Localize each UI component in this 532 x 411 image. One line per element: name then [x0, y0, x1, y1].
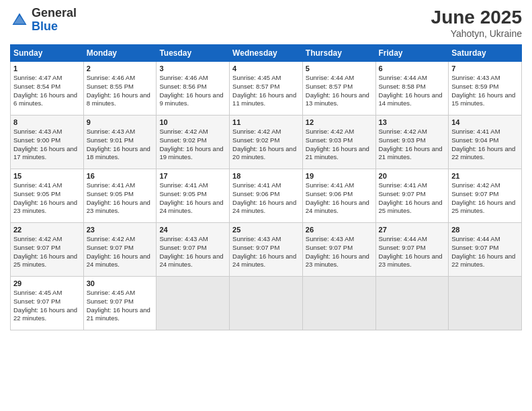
day-number: 1 — [13, 64, 81, 73]
table-row: 23Sunrise: 4:42 AMSunset: 9:07 PMDayligh… — [83, 223, 157, 277]
day-info: Sunrise: 4:46 AMSunset: 8:56 PMDaylight:… — [159, 74, 226, 108]
table-row: 21Sunrise: 4:42 AMSunset: 9:07 PMDayligh… — [449, 169, 522, 223]
table-row: 3Sunrise: 4:46 AMSunset: 8:56 PMDaylight… — [157, 62, 230, 116]
day-number: 3 — [159, 64, 226, 73]
table-row: 2Sunrise: 4:46 AMSunset: 8:55 PMDaylight… — [83, 62, 157, 116]
day-info: Sunrise: 4:45 AMSunset: 9:07 PMDaylight:… — [13, 289, 81, 323]
day-number: 27 — [379, 226, 446, 234]
day-info: Sunrise: 4:43 AMSunset: 9:07 PMDaylight:… — [232, 235, 300, 269]
calendar-week-row: 29Sunrise: 4:45 AMSunset: 9:07 PMDayligh… — [11, 277, 522, 330]
day-number: 5 — [306, 64, 373, 73]
day-number: 8 — [13, 118, 81, 126]
calendar-week-row: 8Sunrise: 4:43 AMSunset: 9:00 PMDaylight… — [11, 116, 522, 169]
table-row: 4Sunrise: 4:45 AMSunset: 8:57 PMDaylight… — [230, 62, 303, 116]
logo-text: General Blue — [32, 7, 77, 34]
day-number: 4 — [232, 64, 300, 73]
day-number: 20 — [379, 172, 446, 180]
logo-icon — [10, 11, 29, 30]
day-info: Sunrise: 4:46 AMSunset: 8:55 PMDaylight:… — [87, 74, 154, 108]
day-info: Sunrise: 4:43 AMSunset: 9:07 PMDaylight:… — [306, 235, 373, 269]
day-number: 21 — [451, 172, 519, 180]
table-row: 8Sunrise: 4:43 AMSunset: 9:00 PMDaylight… — [11, 116, 84, 169]
table-row: 14Sunrise: 4:41 AMSunset: 9:04 PMDayligh… — [449, 116, 522, 169]
day-number: 25 — [232, 226, 300, 234]
day-info: Sunrise: 4:44 AMSunset: 9:07 PMDaylight:… — [379, 235, 446, 269]
day-number: 18 — [232, 172, 300, 180]
day-info: Sunrise: 4:41 AMSunset: 9:05 PMDaylight:… — [87, 181, 154, 216]
day-info: Sunrise: 4:41 AMSunset: 9:06 PMDaylight:… — [306, 181, 373, 216]
table-row: 27Sunrise: 4:44 AMSunset: 9:07 PMDayligh… — [375, 223, 449, 277]
table-row: 24Sunrise: 4:43 AMSunset: 9:07 PMDayligh… — [157, 223, 230, 277]
day-number: 9 — [87, 118, 154, 126]
table-row — [230, 277, 303, 330]
table-row: 10Sunrise: 4:42 AMSunset: 9:02 PMDayligh… — [157, 116, 230, 169]
table-row: 28Sunrise: 4:44 AMSunset: 9:07 PMDayligh… — [449, 223, 522, 277]
day-info: Sunrise: 4:41 AMSunset: 9:05 PMDaylight:… — [13, 181, 81, 216]
day-info: Sunrise: 4:45 AMSunset: 8:57 PMDaylight:… — [232, 74, 300, 108]
day-info: Sunrise: 4:42 AMSunset: 9:02 PMDaylight:… — [232, 128, 300, 162]
day-info: Sunrise: 4:47 AMSunset: 8:54 PMDaylight:… — [13, 74, 81, 108]
col-saturday: Saturday — [449, 45, 522, 62]
day-number: 10 — [159, 118, 226, 126]
day-number: 17 — [159, 172, 226, 180]
title-area: June 2025 Yahotyn, Ukraine — [431, 7, 522, 39]
table-row: 25Sunrise: 4:43 AMSunset: 9:07 PMDayligh… — [230, 223, 303, 277]
col-wednesday: Wednesday — [230, 45, 303, 62]
table-row: 29Sunrise: 4:45 AMSunset: 9:07 PMDayligh… — [11, 277, 84, 330]
table-row: 26Sunrise: 4:43 AMSunset: 9:07 PMDayligh… — [302, 223, 375, 277]
calendar-body: 1Sunrise: 4:47 AMSunset: 8:54 PMDaylight… — [11, 62, 522, 330]
day-number: 2 — [87, 64, 154, 73]
day-info: Sunrise: 4:41 AMSunset: 9:06 PMDaylight:… — [232, 181, 300, 216]
day-info: Sunrise: 4:45 AMSunset: 9:07 PMDaylight:… — [87, 289, 154, 323]
day-info: Sunrise: 4:43 AMSunset: 8:59 PMDaylight:… — [451, 74, 519, 108]
table-row: 12Sunrise: 4:42 AMSunset: 9:03 PMDayligh… — [302, 116, 375, 169]
day-number: 15 — [13, 172, 81, 180]
col-tuesday: Tuesday — [157, 45, 230, 62]
day-number: 13 — [379, 118, 446, 126]
table-row: 5Sunrise: 4:44 AMSunset: 8:57 PMDaylight… — [302, 62, 375, 116]
day-info: Sunrise: 4:44 AMSunset: 8:57 PMDaylight:… — [306, 74, 373, 108]
logo: General Blue — [10, 7, 77, 34]
day-info: Sunrise: 4:42 AMSunset: 9:07 PMDaylight:… — [13, 235, 81, 269]
table-row — [449, 277, 522, 330]
table-row: 1Sunrise: 4:47 AMSunset: 8:54 PMDaylight… — [11, 62, 84, 116]
day-number: 12 — [306, 118, 373, 126]
table-row: 30Sunrise: 4:45 AMSunset: 9:07 PMDayligh… — [83, 277, 157, 330]
table-row — [375, 277, 449, 330]
day-info: Sunrise: 4:43 AMSunset: 9:07 PMDaylight:… — [159, 235, 226, 269]
day-number: 16 — [87, 172, 154, 180]
day-info: Sunrise: 4:42 AMSunset: 9:03 PMDaylight:… — [306, 128, 373, 162]
table-row: 7Sunrise: 4:43 AMSunset: 8:59 PMDaylight… — [449, 62, 522, 116]
day-number: 23 — [87, 226, 154, 234]
subtitle: Yahotyn, Ukraine — [431, 28, 522, 39]
day-info: Sunrise: 4:42 AMSunset: 9:02 PMDaylight:… — [159, 128, 226, 162]
day-number: 22 — [13, 226, 81, 234]
col-thursday: Thursday — [302, 45, 375, 62]
day-info: Sunrise: 4:42 AMSunset: 9:03 PMDaylight:… — [379, 128, 446, 162]
col-monday: Monday — [83, 45, 157, 62]
header-row: Sunday Monday Tuesday Wednesday Thursday… — [11, 45, 522, 62]
day-info: Sunrise: 4:44 AMSunset: 9:07 PMDaylight:… — [451, 235, 519, 269]
table-row: 11Sunrise: 4:42 AMSunset: 9:02 PMDayligh… — [230, 116, 303, 169]
day-number: 6 — [379, 64, 446, 73]
logo-blue: Blue — [32, 20, 77, 34]
table-row: 13Sunrise: 4:42 AMSunset: 9:03 PMDayligh… — [375, 116, 449, 169]
day-number: 28 — [451, 226, 519, 234]
table-row: 19Sunrise: 4:41 AMSunset: 9:06 PMDayligh… — [302, 169, 375, 223]
day-info: Sunrise: 4:41 AMSunset: 9:05 PMDaylight:… — [159, 181, 226, 216]
table-row: 16Sunrise: 4:41 AMSunset: 9:05 PMDayligh… — [83, 169, 157, 223]
day-number: 19 — [306, 172, 373, 180]
day-number: 24 — [159, 226, 226, 234]
day-number: 30 — [87, 279, 154, 287]
logo-general: General — [32, 7, 77, 20]
col-sunday: Sunday — [11, 45, 84, 62]
header: General Blue June 2025 Yahotyn, Ukraine — [10, 7, 522, 39]
day-number: 29 — [13, 279, 81, 287]
table-row: 22Sunrise: 4:42 AMSunset: 9:07 PMDayligh… — [11, 223, 84, 277]
table-row: 17Sunrise: 4:41 AMSunset: 9:05 PMDayligh… — [157, 169, 230, 223]
table-row: 18Sunrise: 4:41 AMSunset: 9:06 PMDayligh… — [230, 169, 303, 223]
table-row — [302, 277, 375, 330]
day-info: Sunrise: 4:43 AMSunset: 9:01 PMDaylight:… — [87, 128, 154, 162]
day-info: Sunrise: 4:43 AMSunset: 9:00 PMDaylight:… — [13, 128, 81, 162]
day-number: 11 — [232, 118, 300, 126]
